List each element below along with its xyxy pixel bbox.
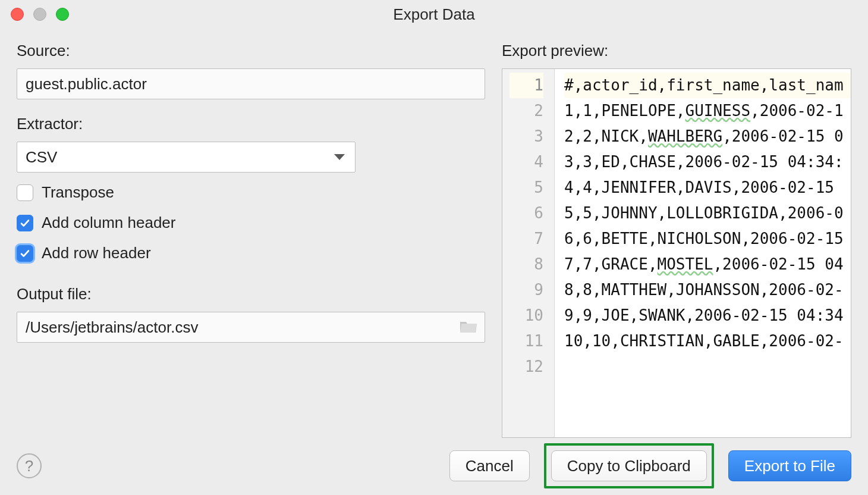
window-title: Export Data (393, 5, 474, 24)
check-icon (20, 248, 30, 259)
source-label: Source: (17, 42, 485, 60)
preview-line: 3,3,ED,CHASE,2006-02-15 04:34: (564, 149, 851, 175)
copy-to-clipboard-button[interactable]: Copy to Clipboard (551, 450, 707, 481)
preview-line: 7,7,GRACE,MOSTEL,2006-02-15 04 (564, 252, 851, 277)
line-number: 6 (510, 200, 543, 226)
preview-line: 5,5,JOHNNY,LOLLOBRIGIDA,2006-0 (564, 200, 851, 226)
preview-line: 2,2,NICK,WAHLBERG,2006-02-15 0 (564, 124, 851, 149)
help-button[interactable]: ? (17, 453, 42, 478)
window-close-button[interactable] (11, 8, 24, 21)
line-number: 10 (510, 303, 543, 328)
preview-pane: Export preview: 123456789101112 #,actor_… (502, 42, 851, 438)
preview-line: #,actor_id,first_name,last_nam (564, 73, 851, 98)
add-column-header-label: Add column header (42, 214, 175, 232)
preview-line: 10,10,CHRISTIAN,GABLE,2006-02- (564, 328, 851, 354)
preview-editor[interactable]: 123456789101112 #,actor_id,first_name,la… (502, 68, 851, 438)
browse-folder-button[interactable] (459, 318, 478, 336)
window-zoom-button[interactable] (56, 8, 69, 21)
line-gutter: 123456789101112 (502, 69, 555, 437)
transpose-checkbox[interactable] (17, 184, 33, 201)
extractor-label: Extractor: (17, 115, 485, 133)
settings-pane: Source: Extractor: Transpose Add column … (17, 42, 485, 438)
transpose-label: Transpose (42, 183, 114, 202)
preview-line: 6,6,BETTE,NICHOLSON,2006-02-15 (564, 226, 851, 252)
tutorial-highlight: Copy to Clipboard (544, 443, 714, 488)
preview-line: 1,1,PENELOPE,GUINESS,2006-02-1 (564, 98, 851, 124)
cancel-button[interactable]: Cancel (449, 450, 530, 481)
footer: ? Cancel Copy to Clipboard Export to Fil… (0, 438, 868, 494)
preview-label: Export preview: (502, 42, 851, 60)
preview-line (564, 354, 851, 380)
line-number: 3 (510, 124, 543, 149)
export-to-file-button[interactable]: Export to File (728, 450, 851, 481)
preview-line: 8,8,MATTHEW,JOHANSSON,2006-02- (564, 277, 851, 303)
line-number: 11 (510, 328, 543, 354)
check-icon (20, 218, 30, 228)
line-number: 7 (510, 226, 543, 252)
add-row-header-checkbox[interactable] (17, 245, 33, 262)
titlebar: Export Data (0, 0, 868, 29)
line-number: 8 (510, 252, 543, 277)
line-number: 5 (510, 175, 543, 200)
output-file-label: Output file: (17, 285, 485, 303)
preview-line: 4,4,JENNIFER,DAVIS,2006-02-15 (564, 175, 851, 200)
window-minimize-button[interactable] (33, 8, 46, 21)
traffic-lights (11, 8, 69, 21)
add-row-header-label: Add row header (42, 244, 151, 262)
preview-line: 9,9,JOE,SWANK,2006-02-15 04:34 (564, 303, 851, 328)
folder-icon (459, 318, 478, 334)
line-number: 12 (510, 354, 543, 380)
line-number: 9 (510, 277, 543, 303)
output-file-input[interactable] (17, 312, 485, 343)
extractor-select[interactable] (17, 142, 356, 173)
line-number: 2 (510, 98, 543, 124)
source-input[interactable] (17, 68, 485, 99)
line-number: 1 (510, 73, 543, 98)
line-number: 4 (510, 149, 543, 175)
preview-content: #,actor_id,first_name,last_nam1,1,PENELO… (555, 69, 851, 437)
add-column-header-checkbox[interactable] (17, 215, 33, 231)
